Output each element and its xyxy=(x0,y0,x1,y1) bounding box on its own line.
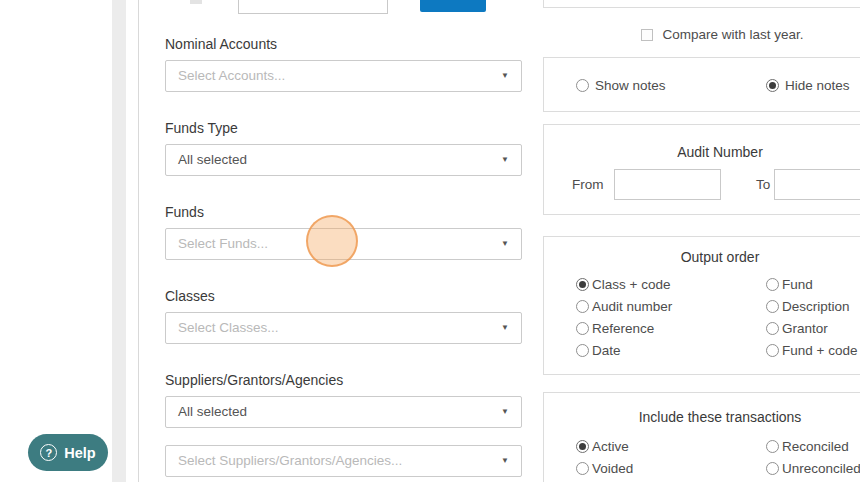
radio-class-code-label[interactable]: Class + code xyxy=(592,277,670,292)
radio-fund-code-label[interactable]: Fund + code xyxy=(782,343,857,358)
partial-box-above xyxy=(543,0,860,8)
chevron-down-icon: ▼ xyxy=(501,229,509,259)
select-value: All selected xyxy=(178,145,247,175)
radio-unreconciled[interactable] xyxy=(766,462,779,475)
select-value: Select Accounts... xyxy=(178,61,285,91)
radio-unreconciled-label[interactable]: Unreconciled xyxy=(782,461,860,476)
audit-from-input[interactable] xyxy=(614,169,721,200)
field-label-classes: Classes xyxy=(165,288,215,304)
radio-active[interactable] xyxy=(576,440,589,453)
select-nominal-accounts[interactable]: Select Accounts... ▼ xyxy=(165,60,522,92)
chevron-down-icon: ▼ xyxy=(501,397,509,427)
chevron-down-icon: ▼ xyxy=(501,313,509,343)
radio-reconciled-label[interactable]: Reconciled xyxy=(782,439,849,454)
radio-fund-code[interactable] xyxy=(766,344,779,357)
chevron-down-icon: ▼ xyxy=(501,446,509,476)
audit-from-label: From xyxy=(572,177,604,192)
radio-reconciled[interactable] xyxy=(766,440,779,453)
audit-to-label: To xyxy=(756,177,770,192)
audit-number-box: Audit Number From To xyxy=(543,124,860,215)
radio-grantor[interactable] xyxy=(766,322,779,335)
chevron-down-icon: ▼ xyxy=(501,145,509,175)
radio-show-notes-label[interactable]: Show notes xyxy=(595,78,666,93)
radio-description-label[interactable]: Description xyxy=(782,299,850,314)
field-label-funds-type: Funds Type xyxy=(165,120,238,136)
content-panel-border xyxy=(138,0,139,482)
compare-checkbox[interactable] xyxy=(641,29,653,41)
radio-description[interactable] xyxy=(766,300,779,313)
scrollbar-track[interactable] xyxy=(112,0,126,482)
compare-checkbox-row[interactable]: Compare with last year. xyxy=(641,25,804,43)
radio-date-label[interactable]: Date xyxy=(592,343,621,358)
field-label-funds: Funds xyxy=(165,204,204,220)
field-label-suppliers: Suppliers/Grantors/Agencies xyxy=(165,372,343,388)
radio-fund[interactable] xyxy=(766,278,779,291)
radio-voided[interactable] xyxy=(576,462,589,475)
radio-hide-notes[interactable] xyxy=(766,79,779,92)
select-suppliers-all[interactable]: All selected ▼ xyxy=(165,396,522,428)
select-value: All selected xyxy=(178,397,247,427)
select-value: Select Suppliers/Grantors/Agencies... xyxy=(178,446,402,476)
question-mark-icon: ? xyxy=(40,444,57,461)
select-funds-type[interactable]: All selected ▼ xyxy=(165,144,522,176)
radio-fund-label[interactable]: Fund xyxy=(782,277,813,292)
select-value: Select Funds... xyxy=(178,229,268,259)
output-order-box: Output order Class + code Audit number R… xyxy=(543,236,860,375)
field-label-nominal-accounts: Nominal Accounts xyxy=(165,36,277,52)
radio-date[interactable] xyxy=(576,344,589,357)
notes-box: Show notes Hide notes xyxy=(543,57,860,112)
help-button[interactable]: ? Help xyxy=(28,434,108,471)
output-order-title: Output order xyxy=(544,249,860,265)
radio-active-label[interactable]: Active xyxy=(592,439,629,454)
radio-show-notes[interactable] xyxy=(576,79,589,92)
select-funds[interactable]: Select Funds... ▼ xyxy=(165,228,522,260)
radio-reference[interactable] xyxy=(576,322,589,335)
chevron-down-icon: ▼ xyxy=(501,61,509,91)
radio-grantor-label[interactable]: Grantor xyxy=(782,321,828,336)
partial-text-input[interactable] xyxy=(238,0,388,14)
audit-number-title: Audit Number xyxy=(544,144,860,160)
partial-select-arrow xyxy=(190,0,202,4)
include-transactions-title: Include these transactions xyxy=(544,409,860,425)
radio-audit-number-label[interactable]: Audit number xyxy=(592,299,672,314)
include-transactions-box: Include these transactions Active Voided… xyxy=(543,392,860,482)
audit-to-input[interactable] xyxy=(774,169,860,200)
select-value: Select Classes... xyxy=(178,313,279,343)
select-classes[interactable]: Select Classes... ▼ xyxy=(165,312,522,344)
radio-voided-label[interactable]: Voided xyxy=(592,461,633,476)
select-suppliers-items[interactable]: Select Suppliers/Grantors/Agencies... ▼ xyxy=(165,445,522,477)
help-label: Help xyxy=(64,445,95,461)
radio-audit-number[interactable] xyxy=(576,300,589,313)
radio-reference-label[interactable]: Reference xyxy=(592,321,654,336)
compare-label[interactable]: Compare with last year. xyxy=(662,27,803,42)
radio-hide-notes-label[interactable]: Hide notes xyxy=(785,78,850,93)
radio-class-code[interactable] xyxy=(576,278,589,291)
partial-primary-button[interactable] xyxy=(420,0,486,12)
